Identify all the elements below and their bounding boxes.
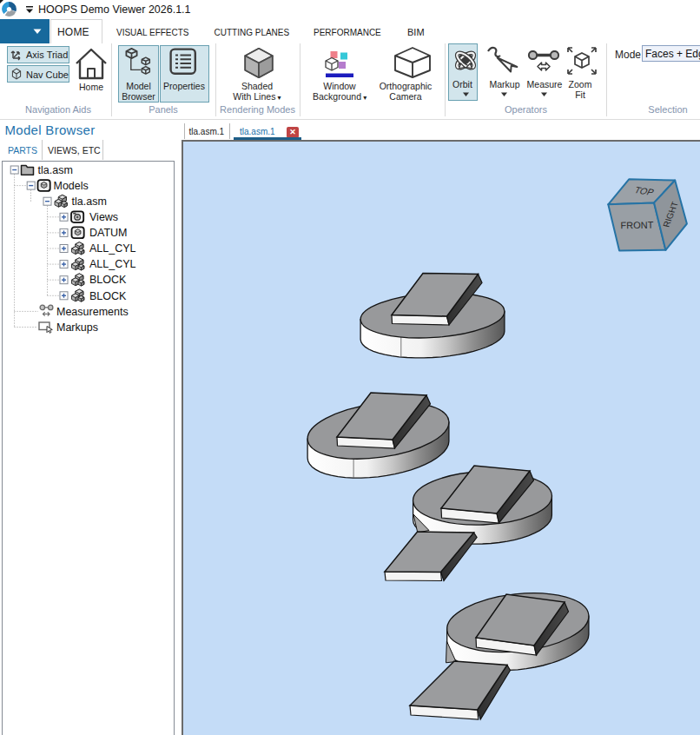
svg-text:ALL_CYL: ALL_CYL (89, 242, 136, 255)
svg-text:ALL_CYL: ALL_CYL (89, 258, 136, 270)
svg-text:Models: Models (54, 180, 89, 192)
svg-text:Views: Views (89, 211, 118, 223)
svg-text:Markups: Markups (56, 321, 98, 334)
svg-text:tla.asm: tla.asm (72, 195, 107, 208)
svg-text:tla.asm: tla.asm (38, 164, 73, 176)
svg-text:BLOCK: BLOCK (89, 274, 127, 286)
svg-text:DATUM: DATUM (89, 227, 128, 239)
svg-text:Measurements: Measurements (56, 306, 129, 318)
svg-text:BLOCK: BLOCK (89, 290, 127, 302)
svg-text:FRONT: FRONT (620, 220, 653, 231)
